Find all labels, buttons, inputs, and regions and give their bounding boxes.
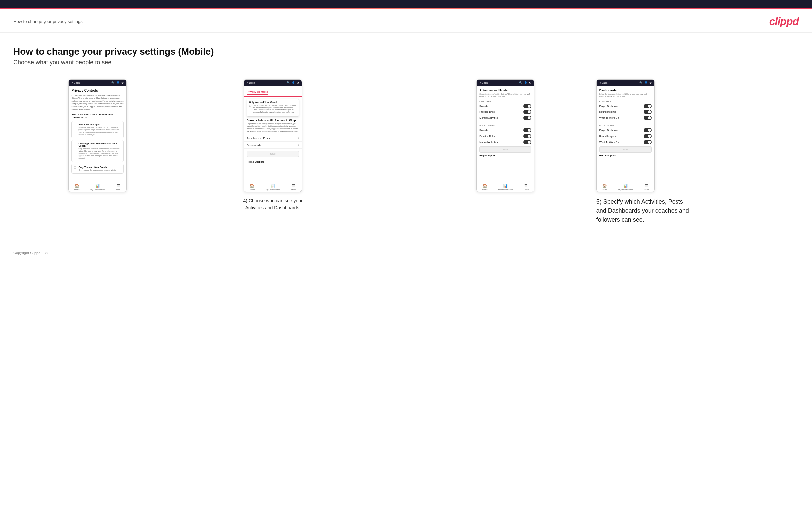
s2-section-desc: Regardless of the privacy controls that … [247,123,299,133]
mob-back-4[interactable]: < Back [600,81,608,84]
toggle-coaches-dashboard[interactable] [644,104,652,108]
mob-home-2[interactable]: 🏠 Home [249,184,255,191]
mob-home-label-1: Home [74,189,80,191]
perf-icon-3: 📊 [503,184,508,188]
s2-menu-activities[interactable]: Activities and Posts › [244,135,302,142]
mob-menu-3[interactable]: ☰ Menu [524,184,529,191]
mob-home-4[interactable]: 🏠 Home [602,184,607,191]
s2-activities-label: Activities and Posts [247,137,270,140]
coaches-rounds-label: Rounds [479,105,488,108]
toggle-followers-work-on[interactable] [644,140,652,144]
mob-home-1[interactable]: 🏠 Home [74,184,80,191]
toggle-coaches-round-insights[interactable] [644,110,652,114]
mob-menu-2[interactable]: ☰ Menu [291,184,296,191]
s2-tab[interactable]: Privacy Controls [247,90,268,95]
toggle-followers-manual[interactable] [523,140,531,144]
s4-help: Help & Support [600,153,652,158]
caption-5-area: 5) Specify which Activities, Posts and D… [597,198,799,224]
toggle-followers-rounds[interactable] [523,128,531,132]
s1-option-1[interactable]: Everyone on Clippd Everyone on Clippd ca… [71,121,123,138]
top-bar-gradient [0,8,812,9]
s1-section: Who Can See Your Activities and Dashboar… [71,113,123,119]
s3-followers-manual: Manual Activities [479,140,531,144]
mob-perf-label-2: My Performance [266,189,280,191]
mob-perf-label-4: My Performance [618,189,633,191]
s4-coaches-work-on: What To Work On [600,116,652,120]
s2-save-btn[interactable]: Save [247,151,299,157]
settings-icon-4: ⚙ [649,81,652,84]
mobile-screen-3: < Back 🔍 👤 ⚙ Activities and Posts Select… [476,79,535,192]
s4-save-btn[interactable]: Save [600,146,652,153]
s4-separator [600,122,652,122]
s1-desc: Control how you and your data appears to… [71,94,123,111]
menu-icon-4: ☰ [645,184,648,188]
mob-menu-4[interactable]: ☰ Menu [644,184,649,191]
s3-help: Help & Support [479,153,531,158]
toggle-followers-round-insights[interactable] [644,134,652,138]
top-bar [0,0,812,9]
radio-only-you[interactable] [74,166,77,169]
radio-everyone[interactable] [74,124,77,126]
screenshots-row: < Back 🔍 👤 ⚙ Privacy Controls Control ho… [13,79,799,224]
mob-perf-1[interactable]: 📊 My Performance [90,184,105,191]
toggle-coaches-practice[interactable] [523,110,531,114]
caption-5-line1: 5) Specify which Activities, Posts [597,199,683,205]
s2-dashboards-label: Dashboards [247,144,261,147]
s2-dropdown-text: Only you and the coaches you connect wit… [253,104,297,114]
s1-option-3[interactable]: Only You and Your Coach Only you and the… [71,164,123,174]
s2-dropdown[interactable]: Only You and Your Coach Only you and the… [247,99,299,117]
settings-icon-3: ⚙ [529,81,531,84]
perf-icon-2: 📊 [271,184,275,188]
mob-perf-3[interactable]: 📊 My Performance [498,184,513,191]
toggle-followers-practice[interactable] [523,134,531,138]
mob-home-3[interactable]: 🏠 Home [482,184,488,191]
s3-coaches-rounds: Rounds [479,104,531,108]
followers-work-on-label: What To Work On [600,141,619,144]
s1-body: Privacy Controls Control how you and you… [69,86,126,188]
logo: clippd [769,15,799,27]
s2-dropdown-option: Only you and the coaches you connect wit… [249,104,297,114]
s1-option-2[interactable]: Only Approved Followers and Your Coach O… [71,140,123,162]
mob-perf-2[interactable]: 📊 My Performance [266,184,280,191]
settings-icon: ⚙ [121,81,123,84]
mob-back-3[interactable]: < Back [479,81,488,84]
s3-coaches-manual: Manual Activities [479,116,531,120]
toggle-coaches-rounds[interactable] [523,104,531,108]
menu-icon-2: ☰ [292,184,295,188]
perf-icon-1: 📊 [95,184,100,188]
home-icon-3: 🏠 [483,184,487,188]
s3-save-btn[interactable]: Save [479,146,531,153]
mob-back-2[interactable]: < Back [247,81,255,84]
mobile-screen-2: < Back 🔍 👤 ⚙ Privacy Controls Only You a… [244,79,302,192]
mob-back-1[interactable]: < Back [71,81,80,84]
screen4-pair: < Back 🔍 👤 ⚙ Dashboards Select the dashb… [597,79,799,192]
search-icon-3: 🔍 [519,81,522,84]
header: How to change your privacy settings clip… [0,9,812,33]
main-content: How to change your privacy settings (Mob… [0,33,812,244]
s3-separator [479,122,531,122]
mob-menu-1[interactable]: ☰ Menu [116,184,121,191]
mob-perf-label-3: My Performance [498,189,513,191]
mob-nav-1: < Back 🔍 👤 ⚙ [69,79,126,86]
s2-section-title: Show or hide specific features in Clippd [247,119,299,122]
s2-menu-dashboards[interactable]: Dashboards › [244,142,302,149]
mob-bottom-3: 🏠 Home 📊 My Performance ☰ Menu [476,182,534,192]
toggle-coaches-work-on[interactable] [644,116,652,120]
s2-help: Help & Support [244,159,302,165]
s2-body: Privacy Controls Only You and Your Coach… [244,86,302,178]
mob-perf-4[interactable]: 📊 My Performance [618,184,633,191]
s2-tab-bar: Privacy Controls [244,86,302,97]
toggle-followers-dashboard[interactable] [644,128,652,132]
s3-coaches-practice: Practice Drills [479,110,531,114]
s1-opt1-desc: Everyone on Clippd can search for you an… [74,126,121,136]
people-icon-3: 👤 [524,81,527,84]
mob-menu-label-2: Menu [291,189,296,191]
chevron-icon-1: › [298,136,299,140]
s4-followers-work-on: What To Work On [600,140,652,144]
toggle-coaches-manual[interactable] [523,116,531,120]
followers-round-insights-label: Round Insights [600,135,616,138]
mob-home-label-4: Home [602,189,607,191]
s3-coaches-label: COACHES [479,100,531,103]
mobile-screen-1: < Back 🔍 👤 ⚙ Privacy Controls Control ho… [68,79,126,192]
s1-opt2-title: Only Approved Followers and Your Coach [74,143,121,147]
